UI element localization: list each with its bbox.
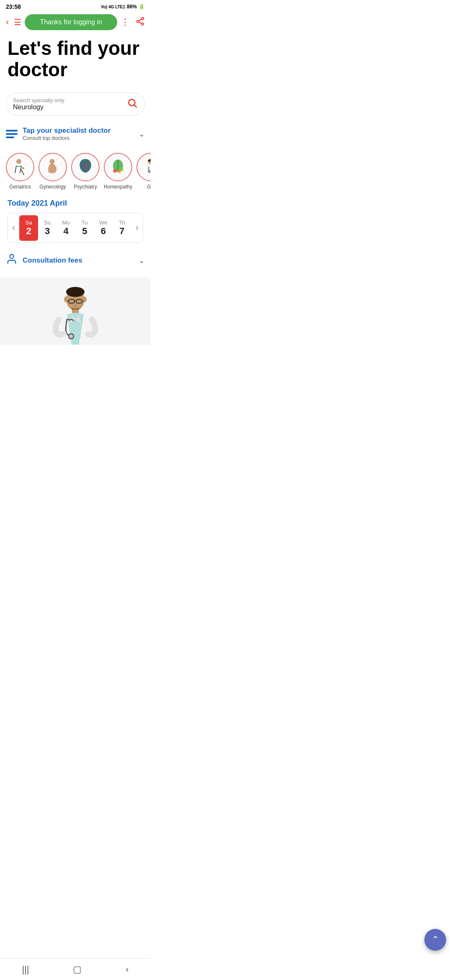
- date-header: Today 2021 April: [8, 199, 143, 208]
- specialist-section: Tap your specialist doctor Consult top d…: [6, 123, 145, 144]
- cal-day-name-6: We: [99, 219, 107, 226]
- top-bar-left: ‹ ☰: [6, 17, 21, 28]
- svg-text:?: ?: [84, 163, 88, 170]
- geriatrics-circle: [6, 153, 34, 181]
- svg-point-25: [82, 297, 87, 302]
- cal-day-7[interactable]: Th 7: [113, 215, 131, 241]
- hero-title: Let's find your doctor: [8, 38, 143, 80]
- cal-day-num-2: 2: [26, 226, 31, 237]
- gynecology-circle: [39, 153, 67, 181]
- cal-days: Sa 2 Su 3 Mo 4 Tu 5 We 6 Th 7: [19, 215, 131, 241]
- person-icon: [6, 253, 18, 268]
- psychiatry-circle: ?: [71, 153, 100, 181]
- svg-point-9: [50, 159, 55, 164]
- cal-day-2[interactable]: Sa 2: [19, 215, 38, 241]
- cal-day-4[interactable]: Mo 4: [56, 215, 75, 241]
- status-right: Vo) 4G LTE1 86% 🔋: [101, 4, 145, 10]
- cal-next-arrow[interactable]: ›: [131, 213, 143, 242]
- specialty-geriatrics[interactable]: Geriatrics: [6, 153, 34, 190]
- homeopathy-label: Homeopathy: [104, 184, 132, 190]
- top-bar: ‹ ☰ Thanks for logging in ⋮: [0, 12, 151, 34]
- homeopathy-circle: [104, 153, 132, 181]
- doctor-image: [50, 286, 100, 345]
- cal-day-name-5: Tu: [82, 219, 88, 226]
- network-indicator: Vo) 4G LTE1: [101, 5, 125, 9]
- gp-circle: [136, 153, 151, 181]
- cal-day-6[interactable]: We 6: [94, 215, 113, 241]
- svg-line-4: [139, 19, 141, 21]
- svg-point-24: [64, 297, 68, 302]
- specialist-header-left: Tap your specialist doctor Consult top d…: [6, 126, 110, 141]
- specialty-gynecology[interactable]: Gynecology: [39, 153, 67, 190]
- svg-line-8: [21, 169, 24, 175]
- consult-chevron-down[interactable]: ⌄: [139, 256, 145, 265]
- search-text-wrap: Search specialty only Neurology: [13, 97, 127, 111]
- search-value: Neurology: [13, 103, 127, 111]
- status-bar: 23:58 Vo) 4G LTE1 86% 🔋: [0, 0, 151, 12]
- gynecology-label: Gynecology: [39, 184, 66, 190]
- share-icon[interactable]: [136, 17, 145, 28]
- calendar-strip: ‹ Sa 2 Su 3 Mo 4 Tu 5 We 6 Th 7 ›: [8, 213, 143, 243]
- cal-day-num-5: 5: [82, 226, 87, 237]
- search-placeholder: Search specialty only: [13, 97, 127, 103]
- cal-day-name-4: Mo: [62, 219, 70, 226]
- more-options-icon[interactable]: ⋮: [121, 17, 130, 28]
- specialty-row: Geriatrics Gynecology ? Psychiatry: [0, 149, 151, 193]
- svg-line-3: [139, 22, 141, 23]
- specialty-homeopathy[interactable]: Homeopathy: [104, 153, 132, 190]
- specialist-subtitle: Consult top doctors: [23, 135, 110, 141]
- line-2: [6, 133, 18, 135]
- hero-section: Let's find your doctor: [0, 34, 151, 93]
- cal-prev-arrow[interactable]: ‹: [8, 213, 19, 242]
- svg-point-10: [51, 165, 57, 173]
- cal-day-num-4: 4: [64, 226, 69, 237]
- consult-left: Consultation fees: [6, 253, 82, 268]
- gp-label: GP: [147, 184, 151, 190]
- specialist-header[interactable]: Tap your specialist doctor Consult top d…: [6, 123, 145, 144]
- consult-section[interactable]: Consultation fees ⌄: [6, 251, 145, 269]
- status-time: 23:58: [6, 3, 21, 10]
- line-1: [6, 130, 18, 132]
- cal-day-name-7: Th: [119, 219, 125, 226]
- svg-point-21: [10, 255, 13, 258]
- svg-point-7: [16, 159, 21, 164]
- search-icon[interactable]: [127, 98, 138, 111]
- specialty-psychiatry[interactable]: ? Psychiatry: [71, 153, 100, 190]
- specialist-title: Tap your specialist doctor: [23, 126, 110, 135]
- geriatrics-label: Geriatrics: [9, 184, 31, 190]
- menu-icon[interactable]: ☰: [14, 17, 21, 27]
- date-section: Today 2021 April ‹ Sa 2 Su 3 Mo 4 Tu 5 W…: [0, 193, 151, 246]
- battery-text: 86%: [127, 4, 137, 10]
- battery-icon: 🔋: [139, 4, 145, 10]
- svg-point-23: [66, 287, 85, 297]
- cal-day-num-7: 7: [119, 226, 124, 237]
- line-3: [6, 137, 14, 138]
- specialist-texts: Tap your specialist doctor Consult top d…: [23, 126, 110, 141]
- cal-day-name-3: Su: [44, 219, 51, 226]
- svg-point-16: [120, 168, 123, 171]
- cal-day-3[interactable]: Su 3: [38, 215, 57, 241]
- svg-line-6: [134, 105, 136, 107]
- top-bar-right: ⋮: [121, 17, 145, 28]
- cal-day-name-2: Sa: [26, 219, 32, 226]
- cal-day-num-6: 6: [101, 226, 106, 237]
- svg-point-32: [69, 334, 74, 339]
- search-bar[interactable]: Search specialty only Neurology: [6, 93, 145, 116]
- svg-point-14: [113, 169, 117, 173]
- doctor-section: [0, 278, 151, 345]
- cal-day-num-3: 3: [45, 226, 50, 237]
- svg-point-15: [118, 170, 121, 173]
- specialty-gp[interactable]: GP: [136, 153, 151, 190]
- consult-title: Consultation fees: [23, 256, 82, 265]
- login-badge: Thanks for logging in: [25, 14, 117, 30]
- cal-day-5[interactable]: Tu 5: [75, 215, 94, 241]
- chevron-down-icon[interactable]: ⌄: [139, 129, 145, 139]
- back-button[interactable]: ‹: [6, 17, 9, 28]
- list-icon: [6, 130, 18, 138]
- psychiatry-label: Psychiatry: [74, 184, 97, 190]
